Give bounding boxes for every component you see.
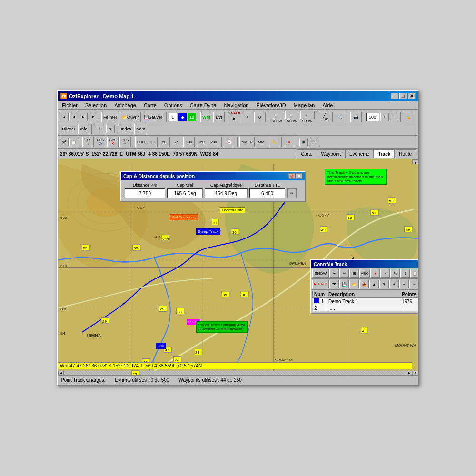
gps1-btn[interactable]: GPS ↓ <box>82 137 94 147</box>
menu-fichier[interactable]: Fichier <box>60 102 79 109</box>
tab-track[interactable]: Track <box>374 149 395 158</box>
gps2-btn[interactable]: GPS ⬡ <box>95 137 106 147</box>
show2-btn[interactable]: ○ <box>285 111 299 119</box>
camera-btn[interactable]: 📷 <box>350 112 362 122</box>
mm-btn[interactable]: MM <box>256 137 267 147</box>
cap-edit-btn[interactable]: ✏ <box>287 188 297 198</box>
line-btn[interactable]: ╱ LINE <box>319 112 330 122</box>
menu-options[interactable]: Options <box>162 102 184 109</box>
menu-magellan[interactable]: Magellan <box>292 102 317 109</box>
color-btn[interactable]: ● <box>284 137 295 147</box>
gps4-btn[interactable]: GPS → <box>119 137 131 147</box>
zoom150-btn[interactable]: 150 <box>196 137 207 147</box>
zoom-full-btn[interactable]: FULL FULL <box>135 137 158 147</box>
menu-aide[interactable]: Aide <box>320 102 335 109</box>
track-save-btn[interactable]: 💾 <box>339 280 349 288</box>
track-dot2-btn[interactable]: · <box>380 269 390 278</box>
scroll-left-btn[interactable]: ◄ <box>58 370 64 375</box>
scrollbar-horizontal[interactable]: ◄ ► <box>58 369 412 375</box>
grid2-btn[interactable]: ⊟ <box>309 138 317 146</box>
track-btn[interactable]: ▶ <box>229 115 240 122</box>
tab-waypoint[interactable]: Waypoint <box>317 149 345 158</box>
track-show-btn[interactable]: SHOW <box>312 269 329 278</box>
tab-evenement[interactable]: Évèneme <box>345 149 374 158</box>
tab-route[interactable]: Route <box>395 149 416 158</box>
nav-down-btn[interactable]: ▼ <box>89 113 97 121</box>
glisser-btn[interactable]: Glisser <box>60 124 77 134</box>
magnify-btn[interactable]: 🔍 <box>335 112 346 122</box>
track-up-btn[interactable]: ▲ <box>369 280 379 288</box>
grid-btn[interactable]: ⊞ <box>299 138 308 146</box>
zoom75-btn[interactable]: 75 <box>171 137 182 147</box>
cap-dialog-pin-btn[interactable]: 📌 <box>288 173 295 179</box>
menu-carte[interactable]: Carte <box>142 102 159 109</box>
menu-navigation[interactable]: Navigation <box>222 102 250 109</box>
track-record-btn[interactable]: ▶TRACK <box>312 280 329 288</box>
nmer-btn[interactable]: NMER <box>239 137 255 147</box>
track-right-btn[interactable]: → <box>409 280 418 288</box>
minimize-button[interactable]: _ <box>391 93 398 99</box>
track-down-btn[interactable]: ▼ <box>379 280 389 288</box>
zoom-input[interactable] <box>366 113 379 121</box>
zero-btn[interactable]: 0 <box>254 112 266 122</box>
ouvrir-btn[interactable]: 📂 Ouvrir <box>120 112 141 122</box>
track-row-2[interactable]: 2 ..... <box>313 305 418 312</box>
track-dot-btn[interactable]: ● <box>370 269 380 278</box>
map2-icon-btn[interactable]: 📋 <box>69 138 78 146</box>
evt-btn[interactable]: Evt <box>213 112 225 122</box>
nav-up-btn[interactable]: ▲ <box>60 113 69 121</box>
track-map-btn[interactable]: 🗺 <box>329 280 339 288</box>
status-waypoints: Waypoints utilisés : 44 de 250 <box>178 377 241 383</box>
track-arrows-btn[interactable]: ⇆ <box>390 269 400 278</box>
nom-btn[interactable]: Nom <box>134 124 147 134</box>
nav2-btn[interactable]: ▼ <box>106 125 115 133</box>
zoom50-btn[interactable]: 50 <box>159 137 170 147</box>
wpt-btn[interactable]: Wpt <box>200 112 212 122</box>
map-icon-btn[interactable]: 🗺 <box>60 138 69 146</box>
gps3-btn[interactable]: GPS ✖ <box>107 137 119 147</box>
fermer-btn[interactable]: Fermer <box>101 112 119 122</box>
index-btn[interactable]: Index <box>119 124 133 134</box>
map-container[interactable]: -630 -652 -610 -5572 630 610 B10 B4 30 D… <box>58 159 418 375</box>
tab-carte[interactable]: Carte <box>297 149 317 158</box>
scroll-down-btn[interactable]: ▼ <box>413 369 418 375</box>
show1-btn[interactable]: ○ <box>270 111 284 119</box>
scroll-track-h[interactable] <box>64 370 407 375</box>
ruler-btn[interactable]: 📏 <box>268 137 279 147</box>
lock-btn[interactable]: 🔒 <box>403 112 414 122</box>
nav-left-btn[interactable]: ◄ <box>69 113 78 121</box>
zoom200-btn[interactable]: 200 <box>208 137 219 147</box>
zoom-plus-btn[interactable]: + <box>380 113 389 121</box>
nav-arrows-btn[interactable]: ✛ <box>94 124 105 134</box>
track-row-1[interactable]: 1 Demo Track 1 1979 461.84 <box>313 298 418 305</box>
show3-btn[interactable]: ○ <box>300 111 315 119</box>
main-area: -630 -652 -610 -5572 630 610 B10 B4 30 D… <box>58 159 418 375</box>
plus-btn[interactable]: + <box>242 112 253 122</box>
cap-dialog-close-btn[interactable]: ✕ <box>296 173 302 179</box>
track-row-2-num: 2 <box>313 305 327 312</box>
sauver-btn[interactable]: 💾 Sauver <box>142 112 165 122</box>
menu-affichage[interactable]: Affichage <box>112 102 138 109</box>
maximize-button[interactable]: □ <box>399 93 407 99</box>
track-help-btn[interactable]: 📋 <box>410 269 418 278</box>
menu-carte-dyna[interactable]: Carte Dyna <box>188 102 218 109</box>
track-edit-btn[interactable]: ✂ <box>339 269 349 278</box>
track-minus-btn[interactable]: − <box>399 280 409 288</box>
track-icon-btn[interactable]: 📈 <box>224 137 235 147</box>
track-plus-btn[interactable]: + <box>389 280 399 288</box>
scroll-up-btn[interactable]: ▲ <box>413 159 418 165</box>
track-wave-btn[interactable]: ∿ <box>329 269 339 278</box>
scroll-right-btn[interactable]: ► <box>407 370 412 375</box>
close-button[interactable]: ✕ <box>408 93 416 99</box>
track-question-btn[interactable]: ? <box>400 269 410 278</box>
track-export-btn[interactable]: 📤 <box>359 280 369 288</box>
zoom-minus-btn[interactable]: − <box>390 113 398 121</box>
track-text-btn[interactable]: ABC <box>359 269 370 278</box>
info-btn[interactable]: Info <box>78 124 89 134</box>
zoom100-btn[interactable]: 100 <box>183 137 195 147</box>
track-open-btn[interactable]: 📂 <box>349 280 359 288</box>
track-node-btn[interactable]: ⊞ <box>349 269 359 278</box>
menu-selection[interactable]: Selection <box>83 102 109 109</box>
menu-elevation[interactable]: Élévation/3D <box>254 102 288 109</box>
nav-right-btn[interactable]: ► <box>79 113 88 121</box>
